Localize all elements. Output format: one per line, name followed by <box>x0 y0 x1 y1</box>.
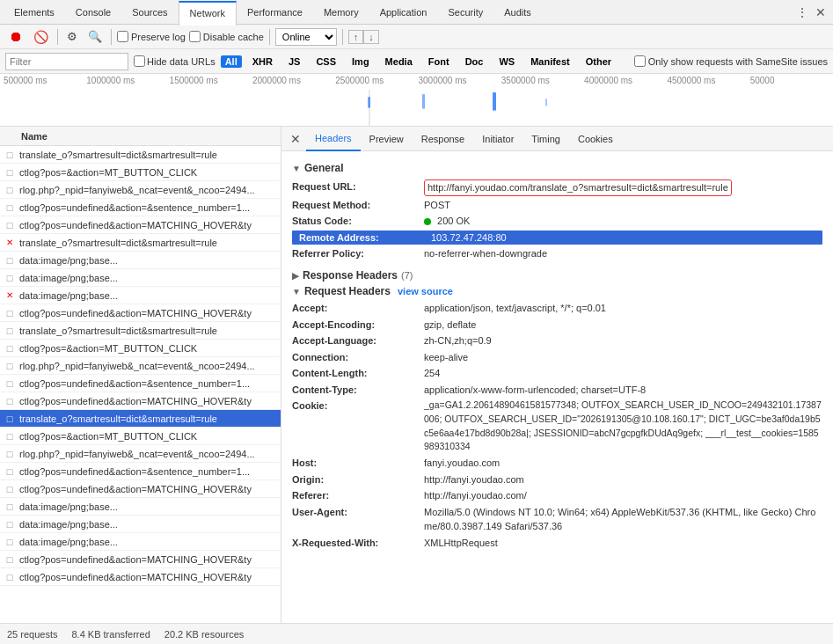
request-icon: □ <box>4 166 16 179</box>
request-icon: □ <box>4 272 16 284</box>
resource-size: 20.2 KB resources <box>164 629 245 640</box>
filter-other-btn[interactable]: Other <box>581 55 617 69</box>
tab-network[interactable]: Network <box>179 1 237 26</box>
toolbar-sep-2 <box>111 29 112 45</box>
list-item[interactable]: □ ctlog?pos=undefined&action=MATCHING_HO… <box>0 551 281 568</box>
tab-elements[interactable]: Elements <box>4 0 65 25</box>
preserve-log-checkbox[interactable]: Preserve log <box>117 31 186 42</box>
filter-xhr-btn[interactable]: XHR <box>247 55 278 69</box>
request-headers-toggle[interactable] <box>292 287 301 296</box>
top-tab-bar: Elements Console Sources Network Perform… <box>0 0 833 25</box>
list-item[interactable]: □ data:image/png;base... <box>0 516 281 533</box>
search-icon[interactable]: 🔍 <box>84 28 106 45</box>
request-error-icon: ✕ <box>4 289 16 302</box>
throttle-select[interactable]: Online Fast 3G Slow 3G Offline <box>275 28 337 46</box>
list-item[interactable]: ✕ translate_o?smartresult=dict&smartresu… <box>0 234 281 252</box>
hide-data-urls-input[interactable] <box>134 55 145 67</box>
svg-rect-4 <box>493 92 496 111</box>
hide-data-urls-checkbox[interactable]: Hide data URLs <box>134 55 216 67</box>
clear-btn[interactable]: 🚫 <box>30 28 52 46</box>
list-item[interactable]: □ data:image/png;base... <box>0 269 281 287</box>
list-item[interactable]: □ ctlog?pos=&action=MT_BUTTON_CLICK <box>0 340 281 357</box>
tab-memory[interactable]: Memory <box>313 0 369 25</box>
list-item[interactable]: □ translate_o?smartresult=dict&smartresu… <box>0 322 281 340</box>
request-icon: □ <box>4 307 16 319</box>
detail-tab-response[interactable]: Response <box>413 127 474 151</box>
filter-css-btn[interactable]: CSS <box>311 55 341 69</box>
filter-all-btn[interactable]: All <box>221 55 242 68</box>
detail-tab-headers[interactable]: Headers <box>306 127 361 151</box>
tab-application[interactable]: Application <box>369 0 438 25</box>
detail-tab-timing[interactable]: Timing <box>522 127 569 151</box>
filter-bar: Hide data URLs All XHR JS CSS Img Media … <box>0 49 833 74</box>
list-item[interactable]: □ ctlog?pos=undefined&action=MATCHING_HO… <box>0 568 281 586</box>
request-icon: □ <box>4 571 16 583</box>
export-btn[interactable]: ↓ <box>363 30 379 44</box>
list-item[interactable]: □ ctlog?pos=undefined&action=MATCHING_HO… <box>0 304 281 322</box>
filter-media-btn[interactable]: Media <box>380 55 418 69</box>
request-headers-section[interactable]: Request Headers view source <box>292 285 822 297</box>
record-btn[interactable]: ⏺ <box>5 27 26 47</box>
filter-doc-btn[interactable]: Doc <box>460 55 489 69</box>
detail-tab-preview[interactable]: Preview <box>361 127 413 151</box>
status-bar: 25 requests 8.4 KB transferred 20.2 KB r… <box>0 623 833 644</box>
more-options-icon[interactable]: ⋮ <box>793 4 812 21</box>
svg-rect-3 <box>422 94 425 108</box>
import-btn[interactable]: ↑ <box>348 30 364 44</box>
host-row: Host: fanyi.youdao.com <box>292 456 822 471</box>
list-item[interactable]: □ ctlog?pos=undefined&action=MATCHING_HO… <box>0 392 281 410</box>
request-icon: □ <box>4 201 16 214</box>
response-headers-section[interactable]: Response Headers (7) <box>292 269 822 282</box>
list-item[interactable]: □ ctlog?pos=undefined&action=&sentence_n… <box>0 375 281 392</box>
request-icon: □ <box>4 149 16 161</box>
detail-tab-cookies[interactable]: Cookies <box>569 127 622 151</box>
list-item[interactable]: □ rlog.php?_npid=fanyiweb&_ncat=event&_n… <box>0 357 281 375</box>
toolbar-sep-1 <box>57 29 58 45</box>
list-item[interactable]: ✕ data:image/png;base... <box>0 287 281 304</box>
list-item-selected[interactable]: □ translate_o?smartresult=dict&smartresu… <box>0 410 281 428</box>
general-section-header[interactable]: General <box>292 162 822 174</box>
list-item[interactable]: □ ctlog?pos=undefined&action=&sentence_n… <box>0 463 281 480</box>
tl-label-9: 4500000 ms <box>667 76 749 85</box>
tl-label-5: 2500000 ms <box>335 76 418 85</box>
close-devtools-icon[interactable]: ✕ <box>812 4 829 21</box>
response-headers-toggle[interactable] <box>292 271 299 281</box>
tab-security[interactable]: Security <box>437 0 493 25</box>
disable-cache-input[interactable] <box>189 31 201 42</box>
filter-img-btn[interactable]: Img <box>347 55 375 69</box>
list-item[interactable]: □ data:image/png;base... <box>0 498 281 516</box>
tab-audits[interactable]: Audits <box>493 0 542 25</box>
close-detail-btn[interactable]: ✕ <box>285 130 306 148</box>
general-toggle[interactable] <box>292 164 301 173</box>
filter-manifest-btn[interactable]: Manifest <box>525 55 575 69</box>
list-item[interactable]: □ ctlog?pos=undefined&action=&sentence_n… <box>0 199 281 216</box>
disable-cache-checkbox[interactable]: Disable cache <box>189 31 264 42</box>
svg-rect-5 <box>545 99 547 106</box>
filter-ws-btn[interactable]: WS <box>493 55 520 69</box>
status-dot <box>424 218 431 225</box>
list-item[interactable]: □ data:image/png;base... <box>0 252 281 269</box>
list-item[interactable]: □ rlog.php?_npid=fanyiweb&_ncat=event&_n… <box>0 445 281 463</box>
preserve-log-input[interactable] <box>117 31 128 42</box>
filter-input[interactable] <box>5 53 128 70</box>
tab-performance[interactable]: Performance <box>237 0 313 25</box>
tab-console[interactable]: Console <box>65 0 121 25</box>
list-item[interactable]: □ ctlog?pos=&action=MT_BUTTON_CLICK <box>0 428 281 445</box>
transferred-size: 8.4 KB transferred <box>71 629 150 640</box>
filter-icon[interactable]: ⚙ <box>63 28 81 45</box>
only-same-site-input[interactable] <box>634 55 646 67</box>
filter-font-btn[interactable]: Font <box>423 55 455 69</box>
tl-label-2: 1000000 ms <box>86 76 169 85</box>
list-item[interactable]: □ rlog.php?_npid=fanyiweb&_ncat=event&_n… <box>0 181 281 199</box>
list-item[interactable]: □ ctlog?pos=undefined&action=MATCHING_HO… <box>0 480 281 498</box>
tab-sources[interactable]: Sources <box>121 0 178 25</box>
request-url-row: Request URL: http://fanyi.youdao.com/tra… <box>292 179 822 196</box>
only-same-site-label[interactable]: Only show requests with SameSite issues <box>634 55 828 67</box>
list-item[interactable]: □ ctlog?pos=undefined&action=MATCHING_HO… <box>0 216 281 234</box>
list-item[interactable]: □ data:image/png;base... <box>0 533 281 551</box>
list-item[interactable]: □ translate_o?smartresult=dict&smartresu… <box>0 146 281 164</box>
filter-js-btn[interactable]: JS <box>283 55 305 69</box>
user-agent-row: User-Agent: Mozilla/5.0 (Windows NT 10.0… <box>292 505 822 534</box>
list-item[interactable]: □ ctlog?pos=&action=MT_BUTTON_CLICK <box>0 164 281 181</box>
detail-tab-initiator[interactable]: Initiator <box>473 127 522 151</box>
